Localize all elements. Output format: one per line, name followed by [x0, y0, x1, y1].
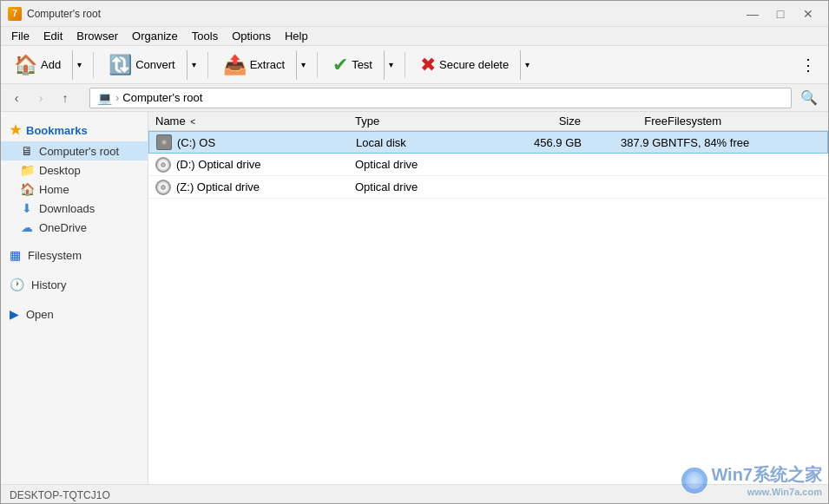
hdd-drive-icon: [156, 134, 172, 150]
sidebar-item-onedrive-label: OneDrive: [39, 221, 87, 234]
computer-name: DESKTOP-TQTCJ1O: [10, 489, 110, 501]
secure-delete-button[interactable]: ✖ Secure delete: [412, 50, 516, 80]
size-col-label: Size: [559, 115, 581, 128]
sidebar-item-downloads-label: Downloads: [39, 202, 95, 215]
maximize-button[interactable]: □: [767, 5, 793, 23]
file-row-z-drive[interactable]: (Z:) Optical drive Optical drive: [148, 176, 828, 199]
window-controls: — □ ✕: [740, 5, 821, 23]
secure-delete-icon: ✖: [420, 54, 436, 76]
app-icon: 7: [8, 7, 22, 21]
column-header-free[interactable]: Free: [581, 115, 668, 128]
sidebar-history[interactable]: 🕐 History: [1, 273, 148, 296]
extract-label: Extract: [250, 58, 285, 71]
c-drive-name: (C:) OS: [177, 136, 215, 149]
add-icon: 🏠: [14, 54, 37, 76]
column-header-name[interactable]: Name <: [155, 115, 355, 128]
test-button[interactable]: ✔ Test: [325, 50, 380, 80]
column-header-size[interactable]: Size: [494, 115, 581, 128]
sidebar-item-computers-root-label: Computer's root: [39, 145, 119, 158]
optical-drive-d-icon: [155, 157, 171, 173]
file-row-d-drive[interactable]: (D:) Optical drive Optical drive: [148, 154, 828, 176]
sidebar-filesystem[interactable]: ▦ Filesystem: [1, 244, 148, 266]
extract-icon: 📤: [223, 54, 247, 76]
sidebar-item-computers-root[interactable]: 🖥 Computer's root: [1, 141, 148, 160]
computer-icon: 🖥: [20, 144, 34, 158]
filelist: Name < Type Size Free Filesystem (C:) OS…: [148, 112, 828, 484]
file-row-c-drive[interactable]: (C:) OS Local disk 456.9 GB 387.9 GB NTF…: [148, 131, 828, 154]
bookmarks-header[interactable]: ★ Bookmarks: [1, 119, 148, 141]
sidebar-open[interactable]: ▶ Open: [1, 303, 148, 325]
menubar: FileEditBrowserOrganizeToolsOptionsHelp: [1, 27, 828, 46]
path-separator: ›: [115, 91, 119, 104]
minimize-button[interactable]: —: [740, 5, 766, 23]
d-drive-name: (D:) Optical drive: [176, 158, 261, 171]
convert-arrow-button[interactable]: ▾: [187, 50, 201, 80]
optical-drive-z-icon: [155, 180, 171, 195]
c-drive-type: Local disk: [356, 136, 495, 149]
c-drive-name-cell: (C:) OS: [156, 134, 356, 150]
up-button[interactable]: ↑: [55, 88, 76, 108]
menu-item-edit[interactable]: Edit: [36, 28, 69, 44]
home-icon: 🏠: [20, 182, 34, 196]
path-text: Computer's root: [122, 91, 202, 104]
add-label: Add: [41, 58, 61, 71]
test-label: Test: [352, 58, 372, 71]
sidebar: ★ Bookmarks 🖥 Computer's root 📁 Desktop …: [1, 112, 148, 484]
name-col-label: Name: [155, 115, 186, 128]
z-drive-type: Optical drive: [355, 180, 494, 193]
add-button[interactable]: 🏠 Add: [6, 50, 69, 80]
filelist-header: Name < Type Size Free Filesystem: [148, 112, 828, 131]
z-drive-name-cell: (Z:) Optical drive: [155, 180, 355, 195]
column-header-type[interactable]: Type: [355, 115, 494, 128]
open-label: Open: [26, 308, 54, 321]
sidebar-item-onedrive[interactable]: ☁ OneDrive: [1, 218, 148, 237]
bookmarks-star-icon: ★: [10, 122, 21, 138]
sidebar-item-home-label: Home: [39, 183, 69, 196]
menu-item-options[interactable]: Options: [225, 28, 278, 44]
statusbar: DESKTOP-TQTCJ1O: [1, 484, 828, 504]
convert-icon: 🔃: [109, 54, 132, 76]
convert-label: Convert: [135, 58, 175, 71]
add-arrow-button[interactable]: ▾: [72, 50, 86, 80]
search-button[interactable]: 🔍: [795, 86, 823, 109]
sidebar-item-downloads[interactable]: ⬇ Downloads: [1, 199, 148, 218]
divider-3: [1, 296, 148, 303]
address-path[interactable]: 💻 › Computer's root: [89, 88, 792, 108]
menu-item-browser[interactable]: Browser: [69, 28, 125, 44]
menu-item-help[interactable]: Help: [278, 28, 315, 44]
extract-arrow-button[interactable]: ▾: [296, 50, 310, 80]
separator-4: [405, 52, 405, 78]
d-drive-name-cell: (D:) Optical drive: [155, 157, 355, 173]
titlebar: 7 Computer's root — □ ✕: [1, 1, 828, 27]
forward-button[interactable]: ›: [30, 88, 51, 108]
sidebar-item-desktop[interactable]: 📁 Desktop: [1, 160, 148, 180]
menu-item-tools[interactable]: Tools: [185, 28, 225, 44]
test-arrow-button[interactable]: ▾: [384, 50, 398, 80]
close-button[interactable]: ✕: [795, 5, 821, 23]
test-icon: ✔: [332, 54, 348, 76]
main-area: ★ Bookmarks 🖥 Computer's root 📁 Desktop …: [1, 112, 828, 484]
c-drive-free: 387.9 GB: [582, 136, 668, 149]
menu-item-file[interactable]: File: [4, 28, 36, 44]
bookmarks-label: Bookmarks: [26, 124, 88, 137]
path-computer-icon: 💻: [97, 91, 112, 105]
secure-delete-label: Secure delete: [439, 58, 509, 71]
back-button[interactable]: ‹: [6, 88, 27, 108]
sidebar-item-home[interactable]: 🏠 Home: [1, 180, 148, 199]
menu-item-organize[interactable]: Organize: [125, 28, 185, 44]
window-title: Computer's root: [27, 8, 740, 20]
divider-2: [1, 266, 148, 273]
separator-3: [317, 52, 318, 78]
desktop-folder-icon: 📁: [20, 163, 34, 177]
extract-button[interactable]: 📤 Extract: [215, 50, 293, 80]
column-header-filesystem[interactable]: Filesystem: [668, 115, 821, 128]
separator-2: [207, 52, 208, 78]
sidebar-item-desktop-label: Desktop: [39, 164, 81, 177]
addressbar: ‹ › ↑ 💻 › Computer's root 🔍: [1, 84, 828, 112]
z-drive-name: (Z:) Optical drive: [176, 180, 260, 193]
toolbar-more-button[interactable]: ⋮: [793, 52, 823, 78]
convert-button[interactable]: 🔃 Convert: [101, 50, 183, 80]
downloads-icon: ⬇: [20, 201, 34, 215]
history-icon: 🕐: [10, 278, 24, 291]
secure-delete-arrow-button[interactable]: ▾: [520, 50, 534, 80]
